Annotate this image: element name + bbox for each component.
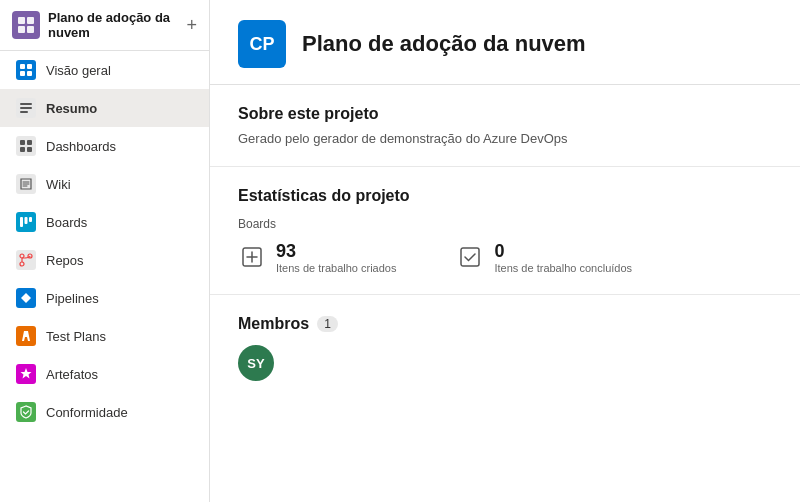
- sidebar-item-label: Conformidade: [46, 405, 128, 420]
- testplans-icon: [16, 326, 36, 346]
- svg-rect-14: [27, 147, 32, 152]
- svg-rect-2: [18, 26, 25, 33]
- conformidade-icon: [16, 402, 36, 422]
- sidebar-item-label: Resumo: [46, 101, 97, 116]
- sidebar-item-visao-geral[interactable]: Visão geral: [0, 51, 209, 89]
- sidebar-header: Plano de adoção da nuvem +: [0, 0, 209, 51]
- stats-section: Estatísticas do projeto Boards 93 Itens …: [210, 167, 800, 295]
- stat-label-done: Itens de trabalho concluídos: [494, 262, 632, 274]
- visao-geral-icon: [16, 60, 36, 80]
- stat-number-created: 93: [276, 241, 396, 262]
- sidebar-item-test-plans[interactable]: Test Plans: [0, 317, 209, 355]
- sidebar-item-label: Artefatos: [46, 367, 98, 382]
- members-section: Membros 1 SY: [210, 295, 800, 401]
- stat-info-done: 0 Itens de trabalho concluídos: [494, 241, 632, 274]
- project-icon-large: CP: [238, 20, 286, 68]
- stats-category: Boards: [238, 217, 772, 231]
- boards-icon: [16, 212, 36, 232]
- svg-rect-3: [27, 26, 34, 33]
- work-item-icon: [238, 243, 266, 271]
- sidebar-item-artefatos[interactable]: Artefatos: [0, 355, 209, 393]
- wiki-icon: [16, 174, 36, 194]
- repos-icon: [16, 250, 36, 270]
- svg-rect-16: [25, 217, 28, 224]
- sidebar-item-label: Pipelines: [46, 291, 99, 306]
- sidebar-nav: Visão geral Resumo: [0, 51, 209, 502]
- stat-items-created: 93 Itens de trabalho criados: [238, 241, 396, 274]
- svg-rect-22: [461, 248, 479, 266]
- about-title: Sobre este projeto: [238, 105, 772, 123]
- svg-point-19: [20, 262, 24, 266]
- members-title-row: Membros 1: [238, 315, 772, 333]
- svg-rect-9: [20, 107, 32, 109]
- page-title: Plano de adoção da nuvem: [302, 31, 586, 57]
- sidebar-item-label: Repos: [46, 253, 84, 268]
- svg-rect-1: [27, 17, 34, 24]
- stat-items-done: 0 Itens de trabalho concluídos: [456, 241, 632, 274]
- main-content: CP Plano de adoção da nuvem Sobre este p…: [210, 0, 800, 502]
- sidebar-item-pipelines[interactable]: Pipelines: [0, 279, 209, 317]
- sidebar-item-label: Test Plans: [46, 329, 106, 344]
- svg-rect-12: [27, 140, 32, 145]
- add-project-button[interactable]: +: [186, 16, 197, 34]
- resumo-icon: [16, 98, 36, 118]
- pipelines-icon: [16, 288, 36, 308]
- svg-rect-0: [18, 17, 25, 24]
- about-description: Gerado pelo gerador de demonstração do A…: [238, 131, 772, 146]
- stats-row: 93 Itens de trabalho criados 0 Itens de …: [238, 241, 772, 274]
- sidebar-item-label: Visão geral: [46, 63, 111, 78]
- sidebar-item-wiki[interactable]: Wiki: [0, 165, 209, 203]
- members-title: Membros: [238, 315, 309, 333]
- sidebar-item-label: Wiki: [46, 177, 71, 192]
- svg-rect-13: [20, 147, 25, 152]
- work-item-done-icon: [456, 243, 484, 271]
- svg-rect-4: [20, 64, 25, 69]
- svg-rect-8: [20, 103, 32, 105]
- project-icon-small: [12, 11, 40, 39]
- artefatos-icon: [16, 364, 36, 384]
- dashboards-icon: [16, 136, 36, 156]
- svg-rect-17: [29, 217, 32, 222]
- stat-info-created: 93 Itens de trabalho criados: [276, 241, 396, 274]
- sidebar-item-repos[interactable]: Repos: [0, 241, 209, 279]
- sidebar-item-dashboards[interactable]: Dashboards: [0, 127, 209, 165]
- stat-label-created: Itens de trabalho criados: [276, 262, 396, 274]
- svg-rect-7: [27, 71, 32, 76]
- sidebar: Plano de adoção da nuvem + Visão geral: [0, 0, 210, 502]
- svg-rect-10: [20, 111, 28, 113]
- sidebar-item-conformidade[interactable]: Conformidade: [0, 393, 209, 431]
- sidebar-item-label: Boards: [46, 215, 87, 230]
- svg-rect-11: [20, 140, 25, 145]
- sidebar-item-label: Dashboards: [46, 139, 116, 154]
- svg-rect-5: [27, 64, 32, 69]
- sidebar-project-title: Plano de adoção da nuvem: [48, 10, 178, 40]
- svg-rect-15: [20, 217, 23, 227]
- stat-number-done: 0: [494, 241, 632, 262]
- members-count-badge: 1: [317, 316, 338, 332]
- about-section: Sobre este projeto Gerado pelo gerador d…: [210, 85, 800, 167]
- stats-title: Estatísticas do projeto: [238, 187, 772, 205]
- avatar[interactable]: SY: [238, 345, 274, 381]
- sidebar-item-resumo[interactable]: Resumo: [0, 89, 209, 127]
- sidebar-item-boards[interactable]: Boards: [0, 203, 209, 241]
- main-header: CP Plano de adoção da nuvem: [210, 0, 800, 85]
- svg-rect-6: [20, 71, 25, 76]
